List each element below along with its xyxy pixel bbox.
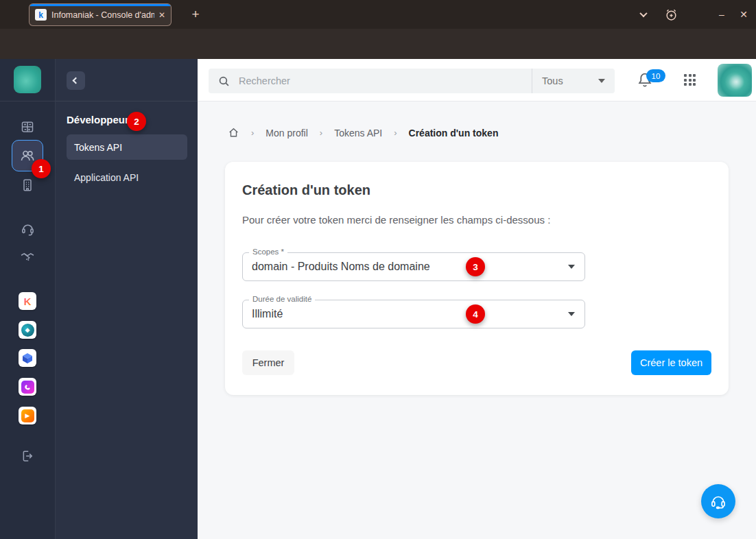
home-icon[interactable] [228,127,239,139]
products-icon[interactable] [19,119,36,135]
app-header: Tous 10 [198,59,756,101]
annotation-badge-3: 3 [466,257,485,276]
organization-icon[interactable] [19,177,36,193]
sidebar-item-application-api[interactable]: Application API [74,172,139,183]
app-play-icon[interactable]: ▶ [19,407,36,424]
validity-select[interactable]: Durée de validité Illimité [242,300,585,328]
logout-icon[interactable] [19,448,36,464]
search-bar[interactable]: Tous [209,69,615,93]
breadcrumb-mon-profil[interactable]: Mon profil [265,128,307,139]
new-tab-button[interactable]: + [187,5,204,23]
tab-list-chevron-icon[interactable] [635,5,652,23]
card-description: Pour créer votre token merci de renseign… [242,214,550,226]
tab-close-icon[interactable]: ✕ [158,10,165,20]
breadcrumb: › Mon profil › Tokens API › Création d'u… [228,127,498,139]
browser-toolbar: ← → https://manager.infomaniak.com/v3/99… [0,29,756,59]
card-title: Création d'un token [242,182,370,198]
breadcrumb-tokens-api[interactable]: Tokens API [334,128,382,139]
browser-tab[interactable]: k Infomaniak - Console d'adm ✕ [29,3,172,26]
tab-title: Infomaniak - Console d'adm [51,10,154,20]
browser-tab-bar: k Infomaniak - Console d'adm ✕ + – ✕ [0,0,756,29]
app-cube-icon[interactable] [19,349,36,367]
scopes-select[interactable]: Scopes * domain - Produits Noms de domai… [242,252,585,281]
sidebar-panel: Développeur Tokens API Application API [55,59,198,539]
app-ksuite-icon[interactable]: K [19,292,36,310]
breadcrumb-separator: › [251,128,254,138]
sidebar-rail: K ◆ ▶ [0,59,55,539]
close-button[interactable]: Fermer [242,350,294,375]
minimize-button[interactable]: – [713,5,731,23]
panel-heading: Développeur [67,114,129,125]
annotation-badge-4: 4 [466,304,485,324]
screen: k Infomaniak - Console d'adm ✕ + – ✕ ← → [0,0,756,539]
create-token-button[interactable]: Créer le token [631,350,711,375]
annotation-badge-2: 2 [127,112,146,131]
support-headset-icon[interactable] [19,220,36,237]
annotation-badge-1: 1 [32,159,51,178]
alarm-clock-icon[interactable] [662,5,680,23]
breadcrumb-current: Création d'un token [409,128,499,139]
notifications-button[interactable]: 10 [637,72,654,90]
panel-header [56,59,198,101]
chevron-down-icon [568,312,575,316]
token-creation-card: Création d'un token Pour créer votre tok… [225,162,729,395]
sidebar-item-tokens-api[interactable]: Tokens API [67,134,187,160]
chevron-down-icon [568,265,575,269]
collapse-panel-button[interactable] [67,71,85,90]
scopes-value: domain - Produits Noms de domaine [252,253,430,280]
user-avatar[interactable] [718,64,752,97]
rail-header [0,59,55,101]
chevron-down-icon [598,79,605,83]
search-input[interactable] [239,75,532,86]
infomaniak-logo[interactable] [14,66,41,93]
breadcrumb-separator: › [394,128,397,138]
site-favicon-icon: k [35,9,47,21]
apps-grid-button[interactable] [684,74,698,88]
search-icon [218,75,230,87]
breadcrumb-separator: › [320,128,322,138]
search-scope-select[interactable]: Tous [532,75,615,86]
partner-handshake-icon[interactable] [19,249,36,265]
validity-value: Illimité [252,300,283,328]
users-icon[interactable] [19,147,36,164]
app-kdrive-icon[interactable]: ◆ [19,321,36,339]
app-call-icon[interactable] [19,378,36,396]
window-close-button[interactable]: ✕ [735,5,753,23]
support-fab-button[interactable] [701,484,735,518]
notification-count-badge: 10 [646,69,665,82]
active-tab-indicator [29,4,171,6]
